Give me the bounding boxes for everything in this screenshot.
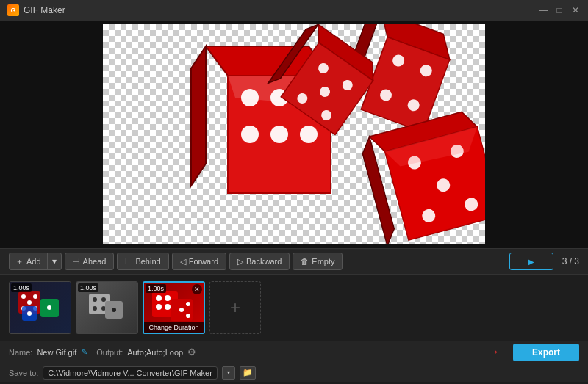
add-label: Add <box>26 257 41 266</box>
svg-point-36 <box>33 294 37 299</box>
frames-area: 1.00s 1.00s <box>0 275 588 341</box>
svg-point-7 <box>270 126 288 143</box>
behind-icon: ⊢ <box>125 257 132 267</box>
output-value: Auto;Auto;Loop <box>127 348 183 357</box>
save-to-label: Save to: <box>9 369 38 377</box>
export-button[interactable]: Export <box>513 344 579 361</box>
frame-duration-2: 1.00s <box>78 283 98 292</box>
ahead-icon: ⊣ <box>73 257 80 267</box>
toolbar: ＋ Add ▾ ⊣ Ahead ⊢ Behind ◁ Forward ▷ Bac… <box>0 248 588 275</box>
svg-point-47 <box>93 306 97 311</box>
bottom-bar: Name: New Gif.gif ✎ Output: Auto;Auto;Lo… <box>0 341 588 363</box>
close-button[interactable]: ✕ <box>570 5 581 15</box>
svg-point-52 <box>156 295 162 301</box>
svg-point-43 <box>27 311 32 316</box>
forward-icon: ◁ <box>180 257 186 267</box>
svg-point-59 <box>186 314 190 318</box>
frame-item[interactable]: 1.00s <box>9 281 71 334</box>
empty-button[interactable]: 🗑 Empty <box>293 253 343 270</box>
frame-label: Change Duration <box>144 322 204 333</box>
play-icon: ▶ <box>528 258 534 266</box>
dice-image <box>103 24 485 244</box>
frame-duration-1: 1.00s <box>11 283 32 292</box>
forward-button[interactable]: ◁ Forward <box>172 253 226 270</box>
ahead-button[interactable]: ⊣ Ahead <box>65 253 115 270</box>
add-dropdown-arrow[interactable]: ▾ <box>48 253 61 269</box>
svg-point-50 <box>112 308 116 312</box>
svg-point-35 <box>21 294 26 299</box>
add-button-group[interactable]: ＋ Add ▾ <box>9 253 62 270</box>
frame-item[interactable]: 1.00s <box>76 281 138 334</box>
frame-close-button[interactable]: ✕ <box>192 284 202 294</box>
svg-point-46 <box>101 297 106 302</box>
frame-item-active[interactable]: 1.00s ✕ Change Duration <box>143 281 205 334</box>
edit-name-icon[interactable]: ✎ <box>81 347 87 357</box>
output-label: Output: <box>96 348 123 357</box>
preview-area <box>0 21 588 248</box>
app-title: GIF Maker <box>24 5 538 15</box>
svg-point-58 <box>186 302 190 306</box>
preview-canvas <box>103 24 485 244</box>
trash-icon: 🗑 <box>301 257 309 266</box>
save-bar: Save to: C:\Vidmore\Vidmore V... Convert… <box>0 363 588 382</box>
svg-point-55 <box>165 304 171 310</box>
add-button-main[interactable]: ＋ Add <box>10 253 48 269</box>
svg-point-45 <box>93 297 97 302</box>
save-path-field: C:\Vidmore\Vidmore V... Converter\GIF Ma… <box>43 366 218 380</box>
add-frame-button[interactable]: + <box>209 281 261 334</box>
app-icon: G <box>7 4 19 16</box>
svg-point-6 <box>241 126 259 143</box>
dropdown-icon: ▾ <box>52 256 57 267</box>
play-button[interactable]: ▶ <box>509 253 553 270</box>
frame-duration-3: 1.00s <box>146 284 166 293</box>
open-folder-button[interactable]: 📁 <box>240 366 256 380</box>
titlebar: G GIF Maker — □ ✕ <box>0 0 588 21</box>
svg-point-53 <box>165 295 171 301</box>
output-section: Output: Auto;Auto;Loop ⚙ <box>96 347 196 358</box>
name-value: New Gif.gif <box>37 348 76 357</box>
frame-counter: 3 / 3 <box>562 256 579 267</box>
minimize-button[interactable]: — <box>538 5 548 15</box>
svg-point-54 <box>156 304 162 310</box>
backward-button[interactable]: ▷ Backward <box>229 253 290 270</box>
plus-icon: ＋ <box>15 256 24 267</box>
svg-point-57 <box>179 308 184 312</box>
maximize-button[interactable]: □ <box>554 5 564 15</box>
svg-point-41 <box>47 305 51 310</box>
behind-button[interactable]: ⊢ Behind <box>117 253 168 270</box>
settings-icon[interactable]: ⚙ <box>187 347 196 358</box>
window-controls: — □ ✕ <box>538 5 581 15</box>
add-frame-icon: + <box>230 297 240 318</box>
arrow-indicator: → <box>487 344 500 360</box>
svg-point-8 <box>300 126 318 143</box>
svg-marker-1 <box>191 46 206 186</box>
svg-point-37 <box>27 300 32 305</box>
name-label: Name: <box>9 348 32 357</box>
path-dropdown-button[interactable]: ▾ <box>222 366 235 380</box>
backward-icon: ▷ <box>237 257 243 267</box>
name-section: Name: New Gif.gif ✎ <box>9 347 87 357</box>
